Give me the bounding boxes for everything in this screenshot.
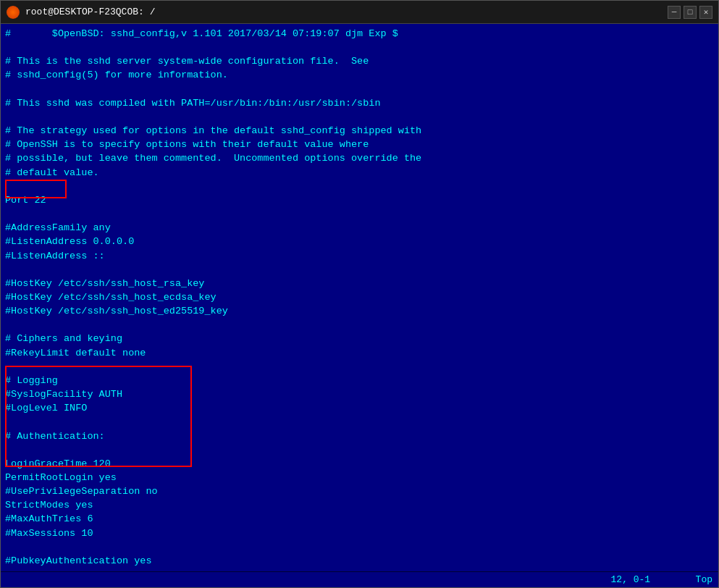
maximize-button[interactable]: □ (684, 6, 697, 19)
window-controls: ─ □ ✕ (668, 6, 712, 19)
titlebar: root@DESKTOP-F23QCOB: / ─ □ ✕ (1, 1, 718, 24)
app-icon (7, 6, 20, 19)
window-title: root@DESKTOP-F23QCOB: / (25, 7, 668, 17)
minimize-button[interactable]: ─ (668, 6, 681, 19)
top-indicator: Top (696, 574, 712, 585)
statusbar: 12, 0-1 Top (1, 571, 718, 587)
cursor-position: 12, 0-1 (611, 574, 651, 585)
terminal-body[interactable]: # $OpenBSD: sshd_config,v 1.101 2017/03/… (1, 24, 718, 571)
close-button[interactable]: ✕ (699, 6, 712, 19)
scroll-mode (650, 574, 695, 585)
terminal-window: root@DESKTOP-F23QCOB: / ─ □ ✕ # $OpenBSD… (0, 0, 719, 588)
terminal-content: # $OpenBSD: sshd_config,v 1.101 2017/03/… (5, 27, 714, 571)
